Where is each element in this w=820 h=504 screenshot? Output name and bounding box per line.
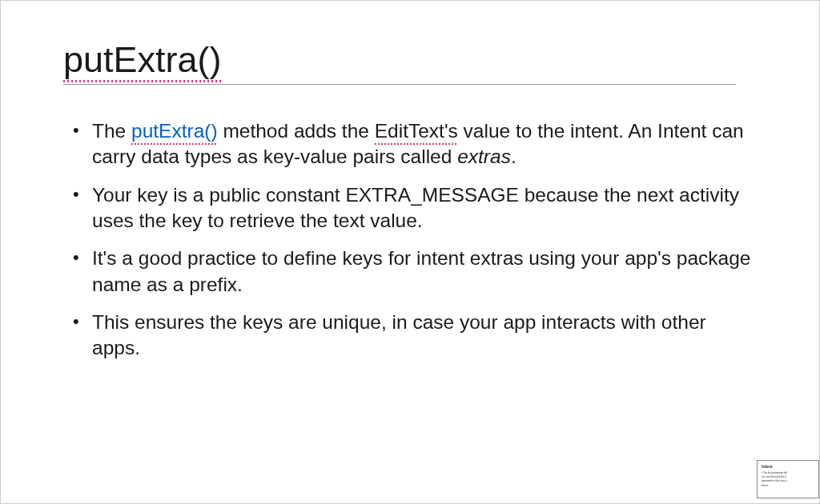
bullet-text: It's a good practice to define keys for … (92, 247, 750, 294)
thumbnail-line: can use the word this b (762, 475, 814, 478)
title-text: putExtra() (63, 39, 222, 81)
thumbnail-title: Intent (762, 464, 814, 469)
bullet-text: The (92, 120, 131, 142)
bullet-item: Your key is a public constant EXTRA_MESS… (73, 182, 757, 234)
slide-title: putExtra() (63, 39, 736, 85)
edittext-word: EditText's (375, 118, 458, 144)
extras-word: extras (457, 146, 511, 167)
bullet-item: It's a good practice to define keys for … (73, 246, 757, 298)
slide-thumbnail[interactable]: Intent • The first parameter tell can us… (757, 460, 819, 498)
bullet-text: Your key is a public constant EXTRA_MESS… (92, 184, 739, 231)
thumbnail-line: parameter is the class a (762, 479, 814, 482)
bullet-text: This ensures the keys are unique, in cas… (92, 311, 706, 358)
thumbnail-line: Intent. (762, 484, 814, 487)
bullet-item: This ensures the keys are unique, in cas… (73, 310, 757, 362)
slide-content: putExtra() The putExtra() method adds th… (1, 1, 819, 503)
thumbnail-line: • The first parameter tell (762, 471, 814, 474)
bullet-list: The putExtra() method adds the EditText'… (63, 118, 757, 362)
put-extra-link[interactable]: putExtra() (131, 118, 218, 144)
bullet-item: The putExtra() method adds the EditText'… (73, 118, 757, 170)
bullet-text: . (511, 146, 517, 167)
bullet-text: method adds the (218, 120, 375, 142)
